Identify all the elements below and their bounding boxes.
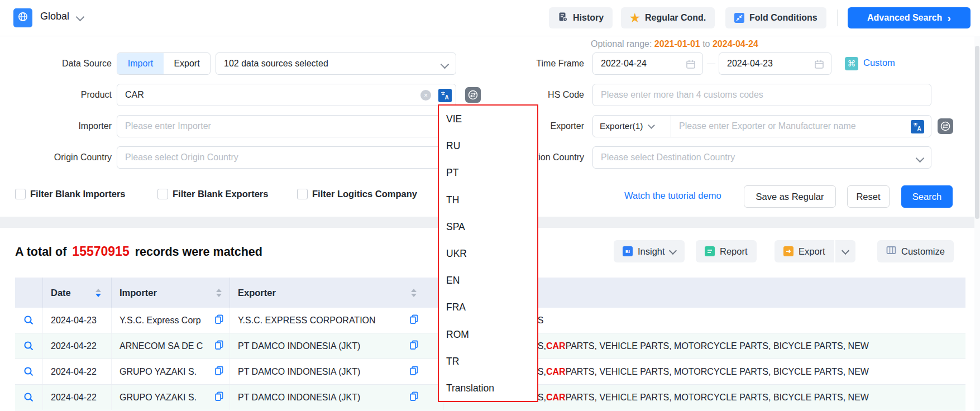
region-selector-label[interactable]: Global bbox=[40, 11, 69, 22]
app-logo[interactable] bbox=[13, 8, 32, 27]
translate-icon[interactable]: A bbox=[438, 89, 452, 102]
custom-shortcut-icon[interactable]: ⌘ bbox=[845, 57, 858, 70]
filter-blank-importers-label: Filter Blank Importers bbox=[30, 189, 126, 199]
copy-icon[interactable] bbox=[214, 391, 224, 403]
data-source-export-tab[interactable]: Export bbox=[164, 53, 210, 74]
product-text-segment: CAR bbox=[546, 367, 566, 377]
save-as-regular-button[interactable]: Save as Regular bbox=[744, 185, 836, 208]
time-frame-start-input[interactable]: 2022-04-24 bbox=[592, 52, 703, 75]
copy-icon[interactable] bbox=[409, 366, 419, 377]
customize-button[interactable]: Customize bbox=[877, 240, 954, 262]
lang-option-translation[interactable]: Translation bbox=[439, 375, 537, 402]
chevron-down-icon bbox=[842, 246, 849, 254]
filter-logitics-company-checkbox[interactable] bbox=[297, 189, 308, 199]
history-button-label: History bbox=[573, 13, 604, 23]
date-range-dash: — bbox=[707, 58, 715, 68]
customize-button-label: Customize bbox=[901, 246, 945, 257]
lang-option-rom[interactable]: ROM bbox=[439, 321, 537, 348]
lang-option-fra[interactable]: FRA bbox=[439, 294, 537, 321]
exporter-name[interactable]: PT DAMCO INDONESIA (JKT) bbox=[238, 393, 360, 403]
header-date[interactable]: Date bbox=[43, 278, 112, 308]
header-importer-label: Importer bbox=[119, 288, 157, 298]
time-frame-label: Time Frame bbox=[478, 59, 584, 69]
importer-name[interactable]: Y.S.C. Express Corp bbox=[119, 316, 201, 326]
clear-icon[interactable]: × bbox=[420, 90, 431, 101]
optional-range-label: Optional range: bbox=[591, 39, 652, 49]
page-scrollbar[interactable] bbox=[974, 36, 980, 411]
search-button[interactable]: Search bbox=[901, 185, 953, 208]
lang-option-en[interactable]: EN bbox=[439, 267, 537, 294]
custom-range-link[interactable]: Custom bbox=[863, 58, 895, 68]
data-sources-dropdown[interactable]: 102 data sources selected bbox=[216, 52, 456, 75]
scrollbar-thumb[interactable] bbox=[975, 46, 979, 219]
importer-name[interactable]: ARNECOM SA DE C bbox=[119, 341, 203, 351]
toolbar-divider bbox=[837, 9, 838, 26]
reset-button[interactable]: Reset bbox=[847, 185, 890, 208]
product-text-segment: CAR bbox=[546, 341, 566, 351]
exporter-placeholder[interactable]: Please enter Exporter or Manufacturer na… bbox=[671, 121, 856, 131]
importer-input[interactable]: Please enter Importer bbox=[117, 115, 456, 137]
report-button-label: Report bbox=[720, 246, 748, 257]
importer-name[interactable]: GRUPO YAZAKI S. bbox=[119, 393, 197, 403]
product-label: Product bbox=[6, 90, 112, 100]
importer-name[interactable]: GRUPO YAZAKI S. bbox=[119, 367, 197, 377]
advanced-search-button[interactable]: Advanced Search › bbox=[848, 7, 971, 28]
history-button[interactable]: History bbox=[549, 7, 613, 28]
exporter-name[interactable]: PT DAMCO INDONESIA (JKT) bbox=[238, 341, 360, 351]
date-cell: 2024-04-22 bbox=[43, 359, 112, 384]
time-frame-end-input[interactable]: 2024-04-23 bbox=[719, 52, 831, 75]
sort-icons[interactable] bbox=[95, 289, 101, 297]
product-text-segment: PARTS, VEHICLE PARTS, MOTORCYCLE PARTS, … bbox=[566, 393, 869, 403]
calendar-icon[interactable] bbox=[814, 59, 824, 71]
lang-option-th[interactable]: TH bbox=[439, 187, 537, 213]
sort-icons[interactable] bbox=[216, 289, 222, 297]
copy-icon[interactable] bbox=[214, 366, 224, 377]
insight-button-label: Insight bbox=[638, 246, 665, 257]
row-detail-cell[interactable] bbox=[15, 359, 43, 384]
optional-range-to: 2024-04-24 bbox=[713, 39, 758, 49]
exporter-type-selector[interactable]: Exporter(1) bbox=[593, 116, 671, 137]
lang-option-spa[interactable]: SPA bbox=[439, 213, 537, 240]
synonym-swap-icon[interactable] bbox=[938, 118, 953, 134]
lang-option-tr[interactable]: TR bbox=[439, 348, 537, 375]
calendar-icon[interactable] bbox=[686, 59, 696, 71]
sort-icons[interactable] bbox=[411, 289, 417, 297]
insight-button[interactable]: BI Insight bbox=[614, 240, 685, 262]
lang-option-ru[interactable]: RU bbox=[439, 132, 537, 159]
product-text-segment: PARTS, VEHICLE PARTS, MOTORCYCLE PARTS, … bbox=[566, 367, 869, 377]
filter-blank-exporters-checkbox[interactable] bbox=[157, 189, 168, 199]
filter-blank-importers-checkbox[interactable] bbox=[15, 189, 26, 199]
destination-country-select[interactable]: Please select Destination Country bbox=[592, 146, 931, 169]
row-detail-cell[interactable] bbox=[15, 385, 43, 410]
data-source-import-tab[interactable]: Import bbox=[117, 53, 164, 74]
svg-text:A: A bbox=[445, 94, 449, 101]
origin-country-select[interactable]: Please select Origin Country bbox=[117, 146, 456, 169]
row-detail-cell[interactable] bbox=[15, 308, 43, 333]
tutorial-demo-link[interactable]: Watch the tutorial demo bbox=[624, 190, 721, 201]
translate-icon[interactable]: A bbox=[911, 120, 924, 133]
copy-icon[interactable] bbox=[409, 340, 419, 352]
exporter-name[interactable]: PT DAMCO INDONESIA (JKT) bbox=[238, 367, 360, 377]
copy-icon[interactable] bbox=[409, 391, 419, 403]
fold-conditions-button-label: Fold Conditions bbox=[749, 13, 818, 23]
chevron-down-icon[interactable] bbox=[76, 13, 85, 22]
product-input[interactable]: CAR × A bbox=[117, 84, 456, 106]
export-more-button[interactable] bbox=[835, 240, 855, 262]
copy-icon[interactable] bbox=[409, 314, 419, 326]
lang-option-ukr[interactable]: UKR bbox=[439, 240, 537, 267]
report-button[interactable]: Report bbox=[696, 240, 757, 262]
copy-icon[interactable] bbox=[214, 340, 224, 352]
header-importer[interactable]: Importer bbox=[112, 278, 230, 308]
export-button[interactable]: Export bbox=[775, 240, 834, 262]
total-prefix: A total of bbox=[15, 245, 66, 259]
regular-cond-button[interactable]: ★ Regular Cond. bbox=[621, 7, 715, 28]
lang-option-vie[interactable]: VIE bbox=[439, 106, 537, 132]
row-detail-cell[interactable] bbox=[15, 333, 43, 359]
fold-conditions-button[interactable]: Fold Conditions bbox=[725, 7, 826, 28]
header-exporter[interactable]: Exporter bbox=[230, 278, 444, 308]
export-button-label: Export bbox=[799, 246, 825, 257]
exporter-name[interactable]: Y.S.C. EXPRESS CORPORATION bbox=[238, 316, 376, 326]
lang-option-pt[interactable]: PT bbox=[439, 159, 537, 186]
copy-icon[interactable] bbox=[214, 314, 224, 326]
hs-code-input[interactable]: Please enter more than 4 customs codes bbox=[592, 84, 931, 106]
